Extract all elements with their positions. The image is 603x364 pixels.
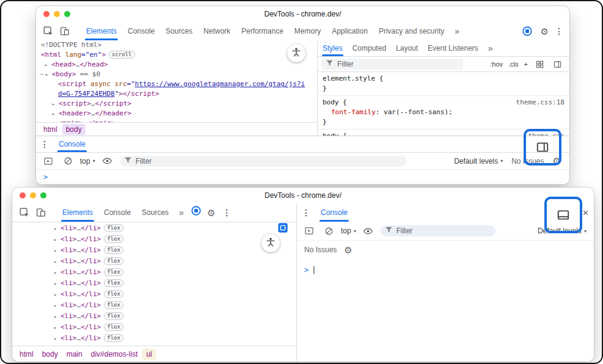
close-window-button[interactable] [20,192,26,198]
more-tabs-icon[interactable]: » [450,22,464,40]
tree-row[interactable]: ⋯▾<body> == $0 [36,70,317,79]
tree-row[interactable]: <!DOCTYPE html> [36,40,317,50]
console-sidebar-icon[interactable] [302,224,316,238]
tree-row[interactable]: ▸<li>…</li>flex [12,289,296,300]
main-toolbar: ElementsConsoleSourcesNetworkPerformance… [36,22,569,41]
breadcrumb-item[interactable]: div#demos-list [87,349,142,360]
tree-row[interactable]: ▸<li>…</li>flex [12,223,296,234]
tab-sources[interactable]: Sources [136,203,174,222]
style-rule[interactable]: body {theme.css:18font-family: var(--fon… [318,96,569,129]
close-window-button[interactable] [43,11,49,17]
more-styles-tabs-icon[interactable]: » [483,40,498,56]
tree-row[interactable]: ▸<header>…</header> [36,109,317,118]
device-toolbar-icon[interactable] [57,24,72,38]
tree-row[interactable]: ▸<li>…</li>flex [12,267,296,278]
tree-row[interactable]: ▸<li>…</li>flex [12,333,296,344]
more-tabs-icon[interactable]: » [174,203,189,222]
tree-row[interactable]: d=G-754F24EHD8"></script> [36,89,317,99]
tree-row[interactable]: ▸<li>…</li>flex [12,278,296,289]
eye-icon[interactable] [361,224,376,238]
breadcrumb-item[interactable]: body [38,349,62,360]
console-filter-input[interactable]: Filter [381,225,495,236]
tree-row[interactable]: ▸<head>…</head> [36,60,317,70]
toggle-element-state-button[interactable]: :hov [490,60,503,68]
device-toolbar-icon[interactable] [34,205,48,220]
tab-console[interactable]: Console [53,136,91,152]
tab-styles[interactable]: Styles [318,40,348,56]
clear-console-icon[interactable] [321,224,336,238]
tree-row[interactable]: ▸<li>…</li>flex [12,256,296,267]
settings-gear-icon[interactable]: ⚙ [203,208,219,217]
inspect-element-icon[interactable] [41,24,56,38]
element-classes-button[interactable]: .cls [508,60,519,68]
tab-application[interactable]: Application [326,22,373,40]
tree-row[interactable]: <html lang="en">scroll [36,50,317,60]
accessibility-fab[interactable] [287,44,305,62]
tab-sources[interactable]: Sources [160,22,198,40]
console-prompt[interactable]: > [36,170,569,184]
tab-memory[interactable]: Memory [289,22,326,40]
disclosure-arrow-icon: ▸ [54,333,60,344]
tree-row[interactable]: <script async src="https://www.googletag… [36,79,317,89]
tab-elements[interactable]: Elements [81,22,122,40]
screencast-icon[interactable] [277,222,288,233]
disclosure-arrow-icon: ▸ [54,300,60,311]
close-devtools-icon[interactable]: ✕ [582,203,589,222]
minimize-window-button[interactable] [30,192,36,198]
tree-row[interactable]: ▸<li>…</li>flex [12,300,296,311]
inspect-element-icon[interactable] [17,205,32,220]
drawer-menu-icon[interactable]: ⋮ [36,140,53,148]
breadcrumb-item[interactable]: main [63,349,86,360]
breadcrumb-item[interactable]: body [62,124,86,135]
tab-network[interactable]: Network [198,22,236,40]
drawer-tab-strip: Console [53,136,91,152]
breadcrumb-item[interactable]: ul [142,349,155,360]
tab-console[interactable]: Console [98,203,136,222]
log-levels-selector[interactable]: Default levels ▾ [454,157,503,166]
tab-performance[interactable]: Performance [236,22,289,40]
computed-panel-icon[interactable] [551,58,563,70]
tree-row[interactable]: ▸<li>…</li>flex [12,311,296,322]
cast-icon[interactable] [520,24,535,38]
grid-icon[interactable] [533,58,546,70]
issues-count[interactable]: No Issues [304,246,337,254]
breadcrumb-item[interactable]: html [16,349,37,360]
breadcrumb-item[interactable]: html [40,124,61,135]
minimize-window-button[interactable] [54,11,60,17]
tree-row[interactable]: ▸<li>…</li>flex [12,234,296,245]
drawer-menu-icon[interactable]: ⋮ [297,208,315,217]
tab-layout[interactable]: Layout [391,40,423,56]
chevron-down-icon: ▾ [354,228,356,234]
context-selector[interactable]: top ▾ [341,227,356,235]
dock-side-icon[interactable] [535,140,550,155]
console-filter-input[interactable]: Filter [120,156,407,167]
tab-privacy-and-security[interactable]: Privacy and security [373,22,450,40]
tab-computed[interactable]: Computed [348,40,391,56]
context-selector[interactable]: top ▾ [80,157,95,166]
accessibility-fab[interactable] [261,234,280,252]
dock-bottom-icon[interactable] [556,208,571,222]
zoom-window-button[interactable] [64,11,70,17]
tab-console[interactable]: Console [122,22,160,40]
styles-filter-input[interactable]: Filter [321,59,463,70]
traffic-lights [20,192,46,198]
tree-row[interactable]: ▸<script>…</script> [36,99,317,109]
kebab-menu-icon[interactable]: ⋮ [219,208,235,217]
zoom-window-button[interactable] [40,192,46,198]
console-settings-icon[interactable]: ⚙ [344,246,352,255]
tree-row[interactable]: ▸<li>…</li>flex [12,322,296,333]
tab-elements[interactable]: Elements [57,203,98,222]
source-link[interactable]: theme.css:18 [516,98,565,107]
new-style-rule-button[interactable]: + [524,60,528,68]
console-prompt[interactable]: > | [297,263,594,277]
clear-console-icon[interactable] [60,154,75,169]
style-rule[interactable]: element.style {} [318,72,569,96]
console-sidebar-icon[interactable] [41,154,56,169]
cast-icon[interactable] [189,203,203,218]
tree-row[interactable]: ▸<li>…</li>flex [12,245,296,256]
eye-icon[interactable] [100,154,115,169]
kebab-menu-icon[interactable]: ⋮ [555,27,563,35]
tab-console[interactable]: Console [315,203,353,222]
tab-event-listeners[interactable]: Event Listeners [423,40,483,56]
settings-gear-icon[interactable]: ⚙ [541,27,549,36]
